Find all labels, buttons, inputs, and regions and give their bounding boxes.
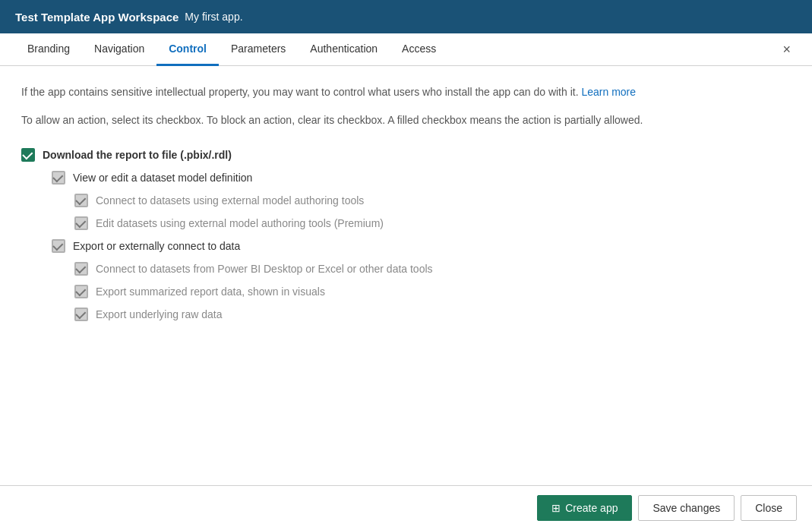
connect-external-checkbox[interactable]	[74, 194, 88, 207]
info-paragraph-2: To allow an action, select its checkbox.…	[21, 112, 791, 128]
export-summarized-row: Export summarized report data, shown in …	[21, 280, 791, 303]
tab-access[interactable]: Access	[390, 33, 448, 66]
export-connect-row: Export or externally connect to data	[21, 235, 791, 257]
close-button[interactable]: Close	[741, 495, 797, 521]
tab-navigation[interactable]: Navigation	[82, 33, 156, 66]
view-edit-dataset-checkbox[interactable]	[52, 171, 65, 185]
modal-header: Test Template App Workspace My first app…	[0, 0, 812, 33]
modal-footer: ⊞ Create app Save changes Close	[0, 485, 812, 530]
learn-more-link[interactable]: Learn more	[581, 86, 636, 98]
export-summarized-label: Export summarized report data, shown in …	[96, 286, 325, 298]
connect-external-label: Connect to datasets using external model…	[96, 194, 364, 207]
create-app-label: Create app	[565, 502, 618, 514]
download-report-checkbox[interactable]	[21, 148, 35, 162]
export-raw-checkbox[interactable]	[74, 308, 88, 321]
tab-authentication[interactable]: Authentication	[298, 33, 390, 66]
create-app-icon: ⊞	[551, 502, 561, 514]
view-edit-dataset-row: View or edit a dataset model definition	[21, 166, 791, 189]
view-edit-dataset-label: View or edit a dataset model definition	[73, 172, 252, 184]
modal-container: Test Template App Workspace My first app…	[0, 0, 812, 530]
connect-powerbi-label: Connect to datasets from Power BI Deskto…	[96, 263, 433, 275]
create-app-button[interactable]: ⊞ Create app	[537, 495, 632, 521]
edit-external-label: Edit datasets using external model autho…	[96, 217, 384, 229]
export-connect-label: Export or externally connect to data	[73, 240, 240, 252]
info-paragraph-1-text: If the app contains sensitive intellectu…	[21, 86, 579, 98]
download-report-label: Download the report to file (.pbix/.rdl)	[43, 149, 232, 161]
tabs-bar: Branding Navigation Control Parameters A…	[0, 33, 812, 66]
save-changes-button[interactable]: Save changes	[638, 495, 735, 521]
tab-control[interactable]: Control	[156, 33, 219, 66]
edit-external-row: Edit datasets using external model autho…	[21, 212, 791, 235]
info-paragraph-1: If the app contains sensitive intellectu…	[21, 84, 791, 100]
connect-powerbi-checkbox[interactable]	[74, 262, 88, 276]
modal-body: If the app contains sensitive intellectu…	[0, 66, 812, 485]
edit-external-checkbox[interactable]	[74, 216, 88, 230]
close-icon-button[interactable]: ×	[776, 33, 797, 65]
modal-title: Test Template App Workspace	[15, 11, 179, 24]
export-connect-checkbox[interactable]	[52, 239, 65, 253]
export-summarized-checkbox[interactable]	[74, 285, 88, 298]
export-raw-row: Export underlying raw data	[21, 303, 791, 326]
download-report-row: Download the report to file (.pbix/.rdl)	[21, 144, 791, 166]
tab-parameters[interactable]: Parameters	[219, 33, 298, 66]
modal-subtitle: My first app.	[185, 11, 242, 23]
connect-external-row: Connect to datasets using external model…	[21, 189, 791, 212]
tab-branding[interactable]: Branding	[15, 33, 82, 66]
connect-powerbi-row: Connect to datasets from Power BI Deskto…	[21, 257, 791, 280]
export-raw-label: Export underlying raw data	[96, 308, 223, 320]
